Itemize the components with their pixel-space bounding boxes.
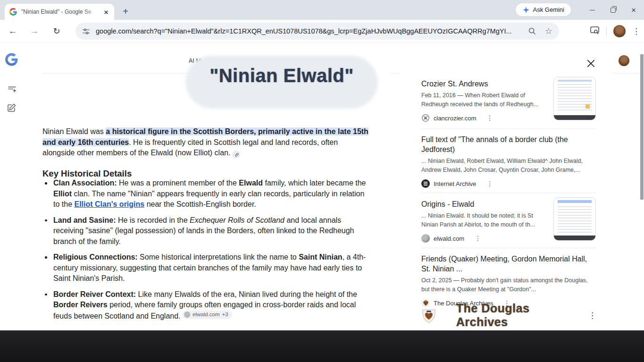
divider: [421, 248, 596, 248]
elwald-favicon-icon: [421, 234, 430, 243]
bullet-border-reiver-context: Border Reiver Context: Like many Elwalds…: [42, 289, 373, 321]
tab-close-icon[interactable]: ×: [102, 8, 110, 16]
divider: [391, 73, 399, 74]
bullet-land-and-sasine: Land and Sasine: He is recorded in the E…: [42, 215, 373, 247]
restore-button[interactable]: [602, 0, 623, 20]
source-link-icon[interactable]: [232, 151, 240, 159]
thumb-footer: [554, 236, 595, 240]
result-source-row: Internet Archive ⋮: [421, 179, 596, 188]
result-source[interactable]: Internet Archive: [434, 180, 476, 187]
result-snippet: Feb 11, 2016 — When Robert Elwald of Red…: [421, 91, 550, 109]
browser-menu-icon[interactable]: ⋮: [632, 26, 640, 36]
sources-side-panel: Crozier St. Andrews Feb 11, 2016 — When …: [421, 42, 596, 330]
screen: { "glyphs": { "close_x": "×", "plus": "+…: [0, 0, 644, 362]
bullet-religious-connections: Religious Connections: Some historical i…: [42, 252, 373, 284]
thumb-accent: [585, 104, 590, 109]
minimize-icon: [590, 10, 595, 10]
favicon-icon: [184, 311, 190, 318]
site-settings-icon[interactable]: [82, 27, 90, 35]
key-details-list: Clan Association: He was a prominent mem…: [42, 178, 373, 327]
scrollbar-thumb[interactable]: [640, 54, 644, 200]
citation-more-count: +3: [222, 309, 228, 320]
tab-title: "Ninian Elwald" - Google Se: [21, 8, 102, 15]
douglas-archives-crest-icon: [421, 307, 436, 324]
search-tabs-icon[interactable]: [590, 26, 600, 36]
banner-menu-icon[interactable]: ⋮: [588, 311, 596, 320]
address-bar[interactable]: google.com/search?q="Ninian+Elwald"&rlz=…: [75, 23, 559, 40]
result-thumbnail[interactable]: [553, 197, 596, 241]
toolbar-separator: [606, 26, 607, 36]
banner-logo-text: The Douglas Archives: [456, 302, 576, 329]
citation-chip[interactable]: elwald.com +3: [183, 311, 232, 319]
close-window-button[interactable]: ×: [623, 0, 644, 20]
new-tab-button[interactable]: +: [119, 5, 132, 18]
result-title[interactable]: Friends (Quaker) Meeting, Gordon Memoria…: [421, 254, 596, 274]
result-title[interactable]: Full text of "The annals of a border clu…: [421, 135, 596, 154]
tab-strip: "Ninian Elwald" - Google Se × + Ask Gemi…: [0, 0, 644, 20]
taskbar: 45°F Cloudy: [0, 330, 644, 362]
thumb-header: [558, 80, 592, 82]
divider: [421, 193, 596, 193]
minimize-button[interactable]: [582, 0, 602, 20]
thumb-text-lines: [558, 204, 592, 233]
forward-button[interactable]: →: [27, 24, 42, 38]
ask-gemini-label: Ask Gemini: [533, 6, 564, 13]
close-icon: ×: [631, 6, 636, 14]
intro-paragraph: Ninian Elwald was a historical figure in…: [42, 126, 372, 159]
browser-tab[interactable]: "Ninian Elwald" - Google Se ×: [5, 4, 114, 20]
bookmark-star-icon[interactable]: ☆: [545, 26, 552, 36]
thumb-footer: [554, 115, 595, 120]
window-controls: ×: [582, 0, 644, 20]
panel-avatar[interactable]: [619, 55, 629, 66]
profile-avatar[interactable]: [613, 25, 626, 37]
result-snippet: ... Ninian Elwald, Robert Elwald, Willia…: [421, 157, 596, 175]
clancrozier-favicon-icon: [421, 114, 430, 122]
reload-button[interactable]: ↻: [50, 24, 64, 38]
result-source[interactable]: elwald.com: [434, 235, 464, 242]
google-favicon-icon: [9, 8, 17, 16]
page-content: AI Mode ▾ "Ninian Elwald" Ninian Elwald …: [0, 42, 644, 330]
query-title: "Ninian Elwald": [185, 65, 378, 86]
zoom-icon[interactable]: [528, 27, 536, 35]
compose-icon[interactable]: [7, 103, 17, 113]
browser-toolbar: ← → ↻ google.com/search?q="Ninian+Elwald…: [0, 20, 644, 42]
google-logo[interactable]: [5, 53, 18, 66]
result-source[interactable]: clancrozier.com: [434, 115, 476, 122]
toolbar-right: ⋮: [590, 23, 640, 40]
result-title[interactable]: Crozier St. Andrews: [421, 79, 550, 89]
result-menu-icon[interactable]: ⋮: [475, 235, 481, 242]
bullet-clan-association: Clan Association: He was a prominent mem…: [42, 178, 373, 210]
douglas-archives-banner[interactable]: The Douglas Archives ⋮: [421, 306, 596, 325]
result-title[interactable]: Origins - Elwald: [421, 199, 550, 209]
thumb-header: [558, 200, 592, 203]
result-menu-icon[interactable]: ⋮: [486, 180, 493, 187]
result-snippet: ... Ninian Elwald. It should be noted; i…: [421, 211, 550, 229]
result-card[interactable]: Full text of "The annals of a border clu…: [421, 135, 596, 188]
refine-search-icon[interactable]: [7, 84, 17, 94]
url-text[interactable]: google.com/search?q="Ninian+Elwald"&rlz=…: [96, 27, 521, 35]
result-thumbnail[interactable]: [553, 77, 596, 120]
result-menu-icon[interactable]: ⋮: [486, 114, 493, 122]
ask-gemini-button[interactable]: Ask Gemini: [516, 3, 571, 16]
gemini-sparkle-icon: [522, 6, 530, 14]
divider: [421, 128, 596, 129]
restore-icon: [611, 8, 616, 13]
divider: [613, 73, 640, 74]
back-button[interactable]: ←: [6, 24, 20, 38]
citation-domain: elwald.com: [192, 309, 220, 320]
result-card[interactable]: Friends (Quaker) Meeting, Gordon Memoria…: [421, 254, 596, 307]
result-snippet: Oct 2, 2025 — Probably don't gain status…: [421, 276, 596, 294]
internet-archive-favicon-icon: [421, 179, 430, 188]
